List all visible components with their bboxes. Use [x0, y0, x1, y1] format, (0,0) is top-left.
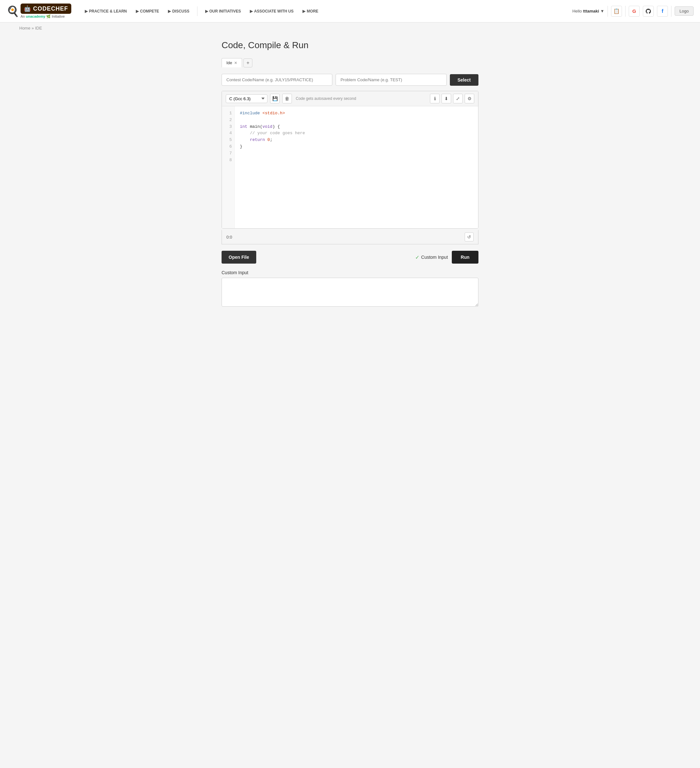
- timer-row: 0:0 ↺: [221, 230, 479, 244]
- save-button[interactable]: 💾: [270, 94, 280, 103]
- chef-hat-icon: 🍳: [6, 5, 19, 18]
- info-button[interactable]: ℹ: [430, 94, 440, 103]
- header-divider-3: [671, 6, 671, 17]
- editor-toolbar: C (Gcc 6.3) C++ (Gcc 6.3) Java Python 3 …: [222, 91, 478, 106]
- language-select[interactable]: C (Gcc 6.3) C++ (Gcc 6.3) Java Python 3 …: [226, 94, 268, 103]
- nav-divider: [197, 6, 197, 16]
- run-button[interactable]: Run: [452, 251, 479, 264]
- delete-button[interactable]: 🗑: [282, 94, 292, 103]
- logout-button[interactable]: Logo: [674, 6, 694, 16]
- refresh-button[interactable]: ↺: [465, 232, 474, 242]
- download-button[interactable]: ⬇: [442, 94, 451, 103]
- nav-initiatives[interactable]: ▶ OUR INITIATIVES: [201, 6, 245, 16]
- contest-code-input[interactable]: [221, 74, 332, 86]
- page-title: Code, Compile & Run: [221, 40, 479, 50]
- tabs-bar: Ide ✕ +: [221, 58, 479, 67]
- custom-input-toggle-label: Custom Input: [421, 254, 448, 260]
- expand-icon: ⤢: [456, 96, 460, 101]
- greeting-text: Hello tttamaki ▼: [572, 9, 604, 13]
- header: 🍳 🤖 CODECHEF An unacademy 🌿 Initiative ▶…: [0, 0, 700, 22]
- problem-row: Select: [221, 74, 479, 86]
- unacademy-label: unacademy: [26, 14, 46, 18]
- refresh-icon: ↺: [467, 234, 471, 240]
- info-icon: ℹ: [434, 96, 436, 101]
- tab-add-button[interactable]: +: [243, 58, 252, 67]
- google-login-btn[interactable]: G: [629, 6, 640, 17]
- problem-code-input[interactable]: [336, 74, 446, 86]
- autosave-text: Code gets autosaved every second: [296, 96, 428, 101]
- custom-input-textarea[interactable]: [221, 278, 479, 307]
- initiative-text: An unacademy 🌿 Initiative: [21, 14, 71, 19]
- breadcrumb-home[interactable]: Home: [19, 26, 30, 30]
- header-divider-2: [625, 6, 626, 17]
- logo-area[interactable]: 🍳 🤖 CODECHEF An unacademy 🌿 Initiative: [6, 3, 71, 19]
- code-editor[interactable]: 1 2 3 4 5 6 7 8 #include <stdio.h> int m…: [222, 106, 478, 228]
- nav-discuss[interactable]: ▶ DISCUSS: [164, 6, 193, 16]
- settings-button[interactable]: ⚙: [465, 94, 474, 103]
- copy-icon-btn[interactable]: 📋: [611, 6, 622, 17]
- timer-value: 0:0: [226, 235, 232, 240]
- header-right: Hello tttamaki ▼ 📋 G f Logo: [572, 6, 694, 17]
- nav-arrow-icon-2: ▶: [136, 9, 139, 13]
- line-numbers: 1 2 3 4 5 6 7 8: [222, 106, 235, 228]
- toolbar-right: ℹ ⬇ ⤢ ⚙: [430, 94, 474, 103]
- nav-more[interactable]: ▶ MORE: [299, 6, 322, 16]
- nav-arrow-icon-6: ▶: [303, 9, 305, 13]
- trash-icon: 🗑: [285, 96, 289, 101]
- custom-input-label: Custom Input: [221, 270, 479, 275]
- expand-button[interactable]: ⤢: [453, 94, 463, 103]
- nav-practice-learn[interactable]: ▶ PRACTICE & LEARN: [81, 6, 131, 16]
- editor-container: C (Gcc 6.3) C++ (Gcc 6.3) Java Python 3 …: [221, 91, 479, 229]
- facebook-login-btn[interactable]: f: [657, 6, 668, 17]
- chevron-down-icon[interactable]: ▼: [600, 9, 604, 13]
- check-icon: ✓: [415, 254, 420, 261]
- nav-arrow-icon: ▶: [85, 9, 88, 13]
- settings-icon: ⚙: [468, 96, 472, 101]
- bottom-actions: Open File ✓ Custom Input Run: [221, 251, 479, 264]
- open-file-button[interactable]: Open File: [221, 251, 256, 264]
- select-button[interactable]: Select: [450, 74, 479, 86]
- nav-arrow-icon-5: ▶: [250, 9, 253, 13]
- nav-associate[interactable]: ▶ ASSOCIATE WITH US: [246, 6, 297, 16]
- github-login-btn[interactable]: [643, 6, 654, 17]
- breadcrumb: Home » IDE: [0, 22, 700, 34]
- custom-input-section: Custom Input: [221, 270, 479, 307]
- main-nav: ▶ PRACTICE & LEARN ▶ COMPETE ▶ DISCUSS ▶…: [81, 6, 572, 16]
- nav-arrow-icon-4: ▶: [205, 9, 208, 13]
- tab-ide[interactable]: Ide ✕: [221, 58, 242, 67]
- main-content: Code, Compile & Run Ide ✕ + Select C (Gc…: [202, 34, 498, 327]
- save-icon: 💾: [272, 96, 278, 101]
- tab-close-icon[interactable]: ✕: [234, 61, 237, 65]
- download-icon: ⬇: [444, 96, 448, 101]
- chef-face-icon: 🤖: [24, 5, 31, 12]
- code-content[interactable]: #include <stdio.h> int main(void) { // y…: [235, 106, 478, 228]
- header-divider-1: [607, 6, 608, 17]
- tab-ide-label: Ide: [226, 60, 232, 65]
- nav-compete[interactable]: ▶ COMPETE: [132, 6, 163, 16]
- nav-arrow-icon-3: ▶: [168, 9, 171, 13]
- custom-input-toggle[interactable]: ✓ Custom Input: [415, 254, 448, 261]
- brand-name: 🤖 CODECHEF: [21, 3, 71, 14]
